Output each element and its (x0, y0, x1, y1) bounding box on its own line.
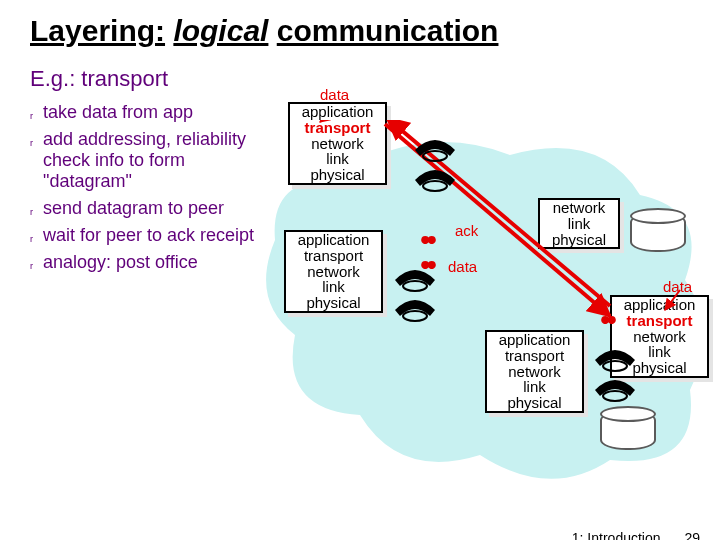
layer-transport: transport (286, 248, 381, 264)
layer-link: link (487, 379, 582, 395)
subtitle: E.g.: transport (30, 66, 690, 92)
bullet-text: send datagram to peer (43, 198, 224, 219)
router-icon (600, 410, 656, 450)
annot-data-mid: data (448, 258, 477, 275)
annot-data-top: data (320, 86, 349, 103)
footer: 1: Introduction 29 (572, 530, 700, 540)
layer-transport: transport (290, 120, 385, 136)
bullet-icon: r (30, 234, 33, 244)
bullet-icon: r (30, 207, 33, 217)
bullet-list: rtake data from app radd addressing, rel… (30, 102, 260, 273)
layer-link: link (290, 151, 385, 167)
list-item: rsend datagram to peer (30, 198, 260, 219)
layer-physical: physical (487, 395, 582, 411)
bullet-text: add addressing, reliability check info t… (43, 129, 260, 192)
layer-network: network (290, 136, 385, 152)
phone-icon (410, 160, 460, 192)
list-item: rtake data from app (30, 102, 260, 123)
layer-physical: physical (290, 167, 385, 183)
layer-physical: physical (540, 232, 618, 248)
layer-link: link (286, 279, 381, 295)
layer-network: network (540, 200, 618, 216)
bullet-icon: r (30, 261, 33, 271)
svg-point-5 (423, 181, 447, 191)
bullet-icon: r (30, 138, 33, 148)
title-word-communication: communication (277, 14, 499, 47)
bullet-text: analogy: post office (43, 252, 198, 273)
layer-physical: physical (286, 295, 381, 311)
network-diagram: data ack data data application transport… (260, 120, 710, 500)
title-word-layering: Layering: (30, 14, 165, 47)
list-item: rwait for peer to ack receipt (30, 225, 260, 246)
svg-point-7 (403, 311, 427, 321)
phone-icon (410, 130, 460, 162)
layer-application: application (286, 232, 381, 248)
layer-network: network (286, 264, 381, 280)
layer-application: application (290, 104, 385, 120)
list-item: ranalogy: post office (30, 252, 260, 273)
phone-icon (390, 290, 440, 322)
svg-point-9 (603, 391, 627, 401)
bullet-icon: r (30, 111, 33, 121)
phone-icon (590, 370, 640, 402)
annot-ack: ack (455, 222, 478, 239)
host-stack-top: application transport network link physi… (288, 102, 387, 185)
phone-icon (590, 340, 640, 372)
layer-network: network (487, 364, 582, 380)
title-word-logical: logical (173, 14, 268, 47)
slide-title: Layering: logical communication (30, 14, 690, 48)
list-item: radd addressing, reliability check info … (30, 129, 260, 192)
bullet-text: take data from app (43, 102, 193, 123)
layer-transport: transport (487, 348, 582, 364)
bullet-text: wait for peer to ack receipt (43, 225, 254, 246)
footer-section: 1: Introduction (572, 530, 661, 540)
annot-data-right: data (663, 278, 692, 295)
layer-application: application (487, 332, 582, 348)
layer-application: application (612, 297, 707, 313)
host-stack-left: application transport network link physi… (284, 230, 383, 313)
host-stack-bottom-mid: application transport network link physi… (485, 330, 584, 413)
layer-link: link (540, 216, 618, 232)
footer-page: 29 (684, 530, 700, 540)
router-stack-top: network link physical (538, 198, 620, 249)
layer-transport: transport (612, 313, 707, 329)
router-icon (630, 212, 686, 252)
